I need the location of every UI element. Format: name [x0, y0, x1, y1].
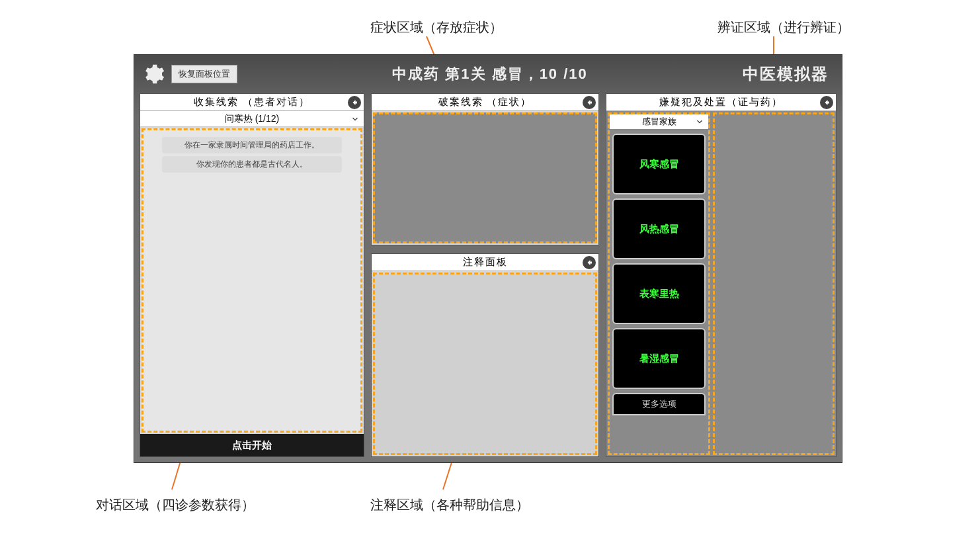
gear-icon[interactable] [141, 62, 165, 86]
dialog-message: 你在一家隶属时间管理局的药店工作。 [162, 137, 342, 153]
notes-area[interactable] [373, 273, 597, 455]
syndrome-card[interactable]: 表寒里热 [612, 263, 706, 324]
syndrome-card[interactable]: 风热感冒 [612, 198, 706, 259]
dialog-panel-header-text: 收集线索 （患者对话） [194, 96, 310, 108]
dialog-back-icon[interactable] [348, 96, 361, 109]
suspects-back-icon[interactable] [820, 96, 833, 109]
dialog-area[interactable]: 你在一家隶属时间管理局的药店工作。 你发现你的患者都是古代名人。 [142, 128, 362, 433]
symptom-area[interactable] [373, 112, 597, 243]
suspects-panel-header: 嫌疑犯及处置（证与药） [606, 94, 836, 111]
syndrome-family-dropdown[interactable]: 感冒家族 [610, 114, 708, 129]
notes-panel-header: 注释面板 [372, 254, 598, 271]
syndrome-list: 感冒家族 风寒感冒 风热感冒 表寒里热 暑湿感冒 更多选项 [608, 112, 710, 455]
suspects-panel-header-text: 嫌疑犯及处置（证与药） [659, 96, 783, 108]
chevron-down-icon [695, 117, 704, 126]
column-middle: 破案线索 （症状） 注释面板 [371, 93, 599, 457]
more-options-button[interactable]: 更多选项 [612, 393, 706, 415]
app-title: 中医模拟器 [743, 64, 829, 85]
symptom-panel-header-text: 破案线索 （症状） [438, 96, 532, 108]
notes-back-icon[interactable] [583, 256, 596, 269]
diagnosis-area[interactable] [713, 112, 835, 455]
reset-panel-button[interactable]: 恢复面板位置 [171, 65, 237, 83]
top-bar: 恢复面板位置 中成药 第1关 感冒，10 /10 中医模拟器 [134, 55, 842, 93]
level-title: 中成药 第1关 感冒，10 /10 [237, 64, 743, 84]
symptom-back-icon[interactable] [583, 96, 596, 109]
start-button[interactable]: 点击开始 [140, 434, 364, 456]
symptom-panel-header: 破案线索 （症状） [372, 94, 598, 111]
panels-container: 收集线索 （患者对话） 问寒热 (1/12) 你在一家隶属时间管理局的药店工作。… [140, 93, 837, 457]
column-diagnosis: 嫌疑犯及处置（证与药） 感冒家族 风寒感冒 风热感冒 表寒里热 暑 [606, 93, 837, 457]
column-dialog: 收集线索 （患者对话） 问寒热 (1/12) 你在一家隶属时间管理局的药店工作。… [140, 93, 364, 457]
syndrome-dropdown-label: 感冒家族 [642, 116, 676, 128]
game-window: 恢复面板位置 中成药 第1关 感冒，10 /10 中医模拟器 收集线索 （患者对… [134, 54, 842, 463]
dialog-dropdown-label: 问寒热 (1/12) [225, 113, 279, 125]
syndrome-card[interactable]: 风寒感冒 [612, 134, 706, 194]
dialog-question-dropdown[interactable]: 问寒热 (1/12) [140, 111, 364, 127]
chevron-down-icon [350, 114, 360, 124]
syndrome-card[interactable]: 暑湿感冒 [612, 328, 706, 389]
dialog-panel-header: 收集线索 （患者对话） [140, 94, 364, 111]
dialog-message: 你发现你的患者都是古代名人。 [162, 156, 342, 173]
notes-panel-header-text: 注释面板 [463, 256, 508, 269]
